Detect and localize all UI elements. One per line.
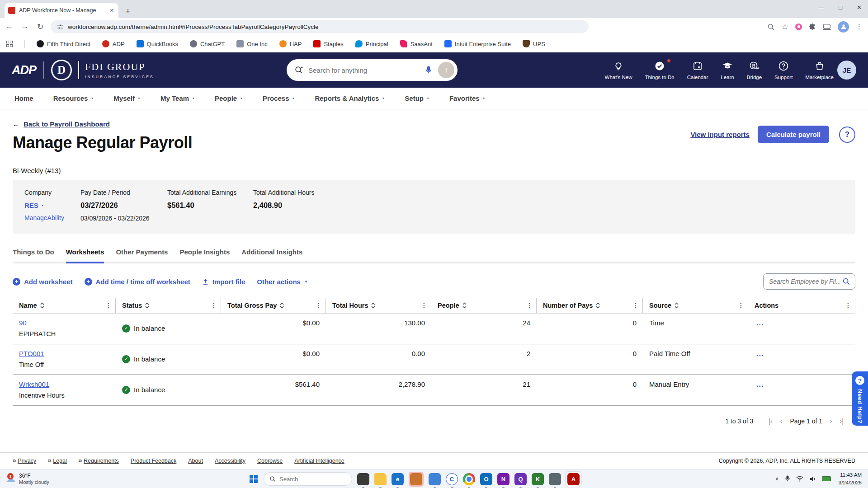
row-actions-menu[interactable]: ... [748, 375, 855, 405]
worksheet-name-link[interactable]: PTO001 [19, 350, 44, 357]
column-header-people[interactable]: People⋮ [431, 298, 537, 313]
global-search-bar[interactable]: ↑ [287, 59, 458, 81]
employee-search-input[interactable] [769, 278, 842, 285]
tab-close-icon[interactable]: ✕ [109, 8, 115, 14]
footer-cobrowse-link[interactable]: Cobrowse [257, 458, 283, 464]
first-page-button[interactable]: |‹ [769, 418, 772, 425]
column-menu-icon[interactable]: ⋮ [632, 302, 639, 309]
new-tab-button[interactable]: + [122, 5, 134, 18]
site-settings-icon[interactable] [57, 23, 63, 30]
microphone-icon[interactable] [424, 65, 434, 75]
previous-page-button[interactable]: ‹ [780, 418, 783, 425]
need-help-tab[interactable]: ? Need Help? [852, 371, 868, 426]
search-icon[interactable] [842, 277, 850, 286]
window-minimize-button[interactable]: — [818, 4, 824, 11]
footer-requirements-link[interactable]: ⧉Requirements [79, 458, 119, 464]
worksheet-name-link[interactable]: 90 [19, 319, 27, 327]
adp-logo[interactable]: ADP [12, 63, 36, 77]
weather-widget[interactable]: ☁ 1 36°F Mostly cloudy [0, 473, 49, 485]
start-button[interactable] [250, 475, 258, 483]
support-button[interactable]: Support [774, 61, 793, 80]
tab-people-insights[interactable]: People Insights [179, 248, 230, 263]
bookmark-star-icon[interactable]: ☆ [782, 22, 788, 32]
column-header-actions[interactable]: Actions⋮ [748, 298, 855, 313]
last-page-button[interactable]: ›| [840, 418, 844, 425]
add-time-worksheet-button[interactable]: +Add time / time off worksheet [85, 278, 190, 286]
taskbar-app-grid[interactable] [549, 473, 561, 485]
import-file-button[interactable]: Import file [202, 278, 245, 286]
tab-worksheets[interactable]: Worksheets [66, 248, 104, 263]
bookmark-principal[interactable]: Principal [355, 40, 388, 47]
tab-additional-insights[interactable]: Additional Insights [241, 248, 302, 263]
bookmark-ups[interactable]: UPS [523, 40, 545, 47]
bookmark-saasant[interactable]: SaasAnt [400, 40, 433, 47]
pink-extension-icon[interactable] [795, 23, 802, 30]
browser-profile-avatar[interactable] [838, 21, 849, 33]
browser-menu-icon[interactable]: ⋮ [856, 23, 863, 31]
column-menu-icon[interactable]: ⋮ [845, 302, 851, 309]
column-header-gross-pay[interactable]: Total Gross Pay⋮ [221, 298, 326, 313]
bookmark-one-inc[interactable]: One Inc [236, 40, 268, 47]
whats-new-button[interactable]: What's New [605, 61, 632, 80]
browser-tab[interactable]: ADP Workforce Now - Manage ✕ [5, 3, 118, 18]
row-actions-menu[interactable]: ... [748, 344, 855, 375]
taskbar-app-acrobat[interactable]: A [567, 473, 580, 485]
nav-myself[interactable]: Myself▼ [113, 94, 141, 102]
column-menu-icon[interactable]: ⋮ [316, 302, 322, 309]
help-icon[interactable]: ? [839, 127, 855, 143]
company-name-link[interactable]: ManageAbility [24, 214, 80, 221]
taskbar-app-purple[interactable]: Q [514, 473, 527, 485]
column-menu-icon[interactable]: ⋮ [421, 302, 427, 309]
things-to-do-button[interactable]: Things to Do [645, 61, 675, 80]
nav-setup[interactable]: Setup▼ [405, 94, 429, 102]
taskbar-app-outlook[interactable]: O [480, 473, 492, 485]
worksheet-name-link[interactable]: Wrksh001 [19, 380, 49, 388]
bookmark-hap[interactable]: HAP [279, 40, 302, 47]
taskbar-app-alert[interactable] [410, 473, 422, 485]
learn-button[interactable]: Learn [721, 61, 734, 80]
taskbar-app-onenote[interactable]: N [497, 473, 509, 485]
nav-resources[interactable]: Resources▼ [53, 94, 94, 102]
view-input-reports-link[interactable]: View input reports [690, 131, 750, 138]
window-close-button[interactable]: ✕ [857, 4, 862, 11]
nav-favorites[interactable]: Favorites▼ [449, 94, 486, 102]
taskbar-app-copilot[interactable]: C [446, 473, 458, 485]
nav-reports-analytics[interactable]: Reports & Analytics▼ [315, 94, 385, 102]
taskbar-app-notes[interactable] [357, 473, 369, 485]
search-submit-button[interactable]: ↑ [438, 62, 454, 78]
reload-button[interactable]: ↻ [35, 22, 45, 32]
bookmark-staples[interactable]: Staples [313, 40, 343, 47]
column-header-source[interactable]: Source⋮ [643, 298, 748, 313]
nav-home[interactable]: Home [14, 94, 33, 102]
tray-microphone-icon[interactable] [785, 475, 790, 482]
bookmark-chatgpt[interactable]: ChatGPT [190, 40, 225, 47]
apps-grid-icon[interactable] [6, 41, 13, 47]
global-search-input[interactable] [308, 66, 419, 74]
row-actions-menu[interactable]: ... [748, 314, 855, 344]
taskbar-app-blue[interactable] [429, 473, 441, 485]
nav-process[interactable]: Process▼ [263, 94, 295, 102]
nav-my-team[interactable]: My Team▼ [160, 94, 195, 102]
taskbar-app-file-explorer[interactable] [374, 473, 387, 485]
tray-battery-icon[interactable] [822, 476, 831, 481]
column-menu-icon[interactable]: ⋮ [211, 302, 217, 309]
zoom-indicator-icon[interactable] [767, 23, 775, 31]
bookmark-fifth-third[interactable]: Fifth Third Direct [37, 40, 90, 47]
column-header-status[interactable]: Status⋮ [116, 298, 221, 313]
taskbar-app-edge[interactable]: e [392, 473, 404, 485]
calendar-button[interactable]: Calendar [687, 61, 708, 80]
forward-button[interactable]: → [20, 22, 30, 31]
footer-accessibility-link[interactable]: Accessibility [215, 458, 245, 464]
footer-ai-link[interactable]: Artificial Intelligence [294, 458, 344, 464]
other-actions-dropdown[interactable]: Other actions▼ [257, 278, 308, 286]
employee-search-box[interactable] [763, 273, 855, 290]
add-worksheet-button[interactable]: +Add worksheet [13, 278, 73, 286]
window-maximize-button[interactable]: □ [839, 4, 842, 11]
bridge-button[interactable]: Bridge [747, 61, 762, 80]
column-menu-icon[interactable]: ⋮ [526, 302, 533, 309]
footer-legal-link[interactable]: ⧉Legal [48, 458, 67, 464]
company-code-dropdown[interactable]: RES▼ [24, 202, 80, 209]
taskbar-app-green[interactable]: K [532, 473, 544, 485]
taskbar-app-alert-wrap[interactable] [409, 472, 424, 487]
tab-things-to-do[interactable]: Things to Do [13, 248, 54, 263]
